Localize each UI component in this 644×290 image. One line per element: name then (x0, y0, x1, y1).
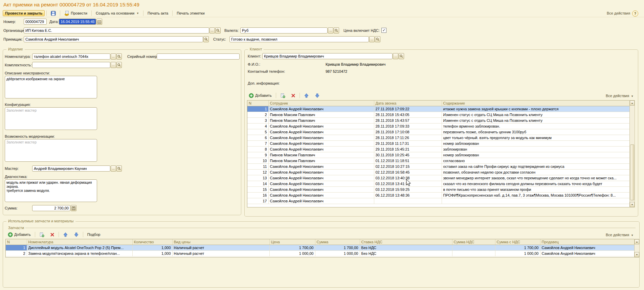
parts-add-button[interactable]: Добавить (5, 231, 33, 238)
cell[interactable]: 6 (247, 135, 268, 140)
parts-move-down-button[interactable] (71, 231, 81, 238)
client-choose-button[interactable]: ... (393, 53, 398, 59)
master-input[interactable] (32, 165, 110, 172)
cell[interactable]: 15 (247, 186, 268, 192)
cell[interactable]: номер заблокирован (442, 140, 630, 146)
cell[interactable]: Дисплейный модуль Alcatel OneTouch Pop 2… (27, 245, 132, 250)
cell[interactable]: заблокирован (442, 146, 630, 152)
scroll-down-icon[interactable]: ▼ (630, 202, 635, 207)
cell[interactable]: Изменен статус с отдать СЦ Миша на Позво… (442, 112, 630, 117)
master-choose-button[interactable]: ... (111, 165, 116, 172)
table-row[interactable]: 4Самойлов Андрей Николаевич28.11.2018 17… (247, 123, 630, 129)
cell[interactable]: 1 700,00 (495, 245, 540, 250)
parts-delete-button[interactable] (48, 231, 57, 238)
col-header-sum[interactable]: Сумма (315, 239, 360, 245)
cell[interactable]: 27.11.2018 17:09:22 (374, 106, 442, 112)
table-row[interactable]: 10Пивнов Максим Павлович01.12.2018 11:18… (247, 158, 630, 163)
cell[interactable]: 1 000,00 (315, 250, 360, 256)
table-row[interactable]: 2Замена модуля/тачскрина экрана в телефо… (6, 250, 635, 256)
cell[interactable]: Самойлов Андрей Николаевич (268, 135, 374, 140)
organization-lookup-button[interactable] (215, 27, 221, 34)
cell[interactable]: Без НДС (360, 250, 452, 256)
col-header-nomenclature[interactable]: Номенклатура (27, 239, 132, 245)
cell[interactable]: 03.12.2018 13:40:38 (374, 175, 442, 181)
cell[interactable]: 14 (247, 181, 268, 186)
cell[interactable]: 4 (247, 123, 268, 129)
upgrade-possibility-textarea[interactable] (5, 139, 97, 162)
vat-included-checkbox[interactable]: ✓ (381, 28, 386, 33)
table-row[interactable]: 11Самойлов Андрей Николаевич02.12.2018 1… (247, 163, 630, 169)
cell[interactable]: согласовано (442, 158, 630, 163)
cell[interactable]: итакже нужна замена задней крышки с кноп… (442, 106, 630, 112)
cell[interactable]: Самойлов Андрей Николаевич (268, 181, 374, 186)
cell[interactable]: Пивнов Максим Павлович (268, 112, 374, 117)
cell[interactable]: 2 (247, 112, 268, 117)
cell[interactable]: 1 700,00 (315, 245, 360, 250)
table-row[interactable]: 6Самойлов Андрей Николаевич28.11.2018 17… (247, 135, 630, 140)
cell[interactable]: 12 (247, 169, 268, 175)
cell[interactable]: 03.12.2018 13:41:16 (374, 181, 442, 186)
cell[interactable]: 28.11.2018 17:10:08 (374, 129, 442, 135)
serial-number-input[interactable] (157, 53, 240, 60)
status-lookup-button[interactable] (375, 36, 380, 42)
table-row[interactable]: 7Самойлов Андрей Николаевич29.11.2018 11… (247, 140, 630, 146)
cell[interactable]: 13 (247, 175, 268, 181)
cell[interactable]: Замена модуля/тачскрина экрана в телефон… (27, 250, 132, 256)
col-header-n[interactable]: N (6, 239, 27, 245)
client-input[interactable] (262, 53, 393, 59)
table-row[interactable]: 9Пивнов Максим Павлович30.11.2018 10:25:… (247, 152, 630, 158)
table-row[interactable]: 5Самойлов Андрей Николаевич28.11.2018 17… (247, 129, 630, 135)
table-row[interactable]: 14Самойлов Андрей Николаевич03.12.2018 1… (247, 181, 630, 186)
table-row[interactable]: 15Самойлов Андрей Николаевич03.12.2018 1… (247, 186, 630, 192)
client-lookup-button[interactable] (399, 53, 404, 59)
organization-choose-button[interactable]: ... (209, 27, 215, 34)
cell[interactable]: 03.12.2018 15:59:25 (374, 186, 442, 192)
table-row[interactable]: 1Дисплейный модуль Alcatel OneTouch Pop … (6, 245, 635, 250)
cell[interactable]: 1 (247, 106, 268, 112)
status-choose-button[interactable]: ... (369, 36, 375, 42)
cell[interactable]: Самойлов Андрей Николаевич (268, 146, 374, 152)
nomenclature-lookup-button[interactable] (116, 53, 122, 60)
nomenclature-input[interactable] (32, 53, 110, 60)
cell[interactable]: 5 (247, 129, 268, 135)
cell[interactable]: Самойлов Андрей Николаевич (268, 140, 374, 146)
parts-all-actions-button[interactable]: Все действия ▼ (606, 233, 634, 237)
all-actions-button-top[interactable]: Все действия ▼ (607, 11, 635, 15)
col-header-call-date[interactable]: Дата звонка (374, 101, 442, 106)
configuration-textarea[interactable] (5, 107, 97, 130)
parts-copy-button[interactable] (37, 231, 47, 238)
currency-choose-button[interactable]: ... (328, 27, 333, 34)
table-row[interactable]: 2Пивнов Максим Павлович28.11.2018 15:43:… (247, 112, 630, 117)
scroll-up-icon[interactable]: ▲ (630, 101, 635, 106)
cell[interactable]: Пивнов Максим Павлович (268, 117, 374, 123)
scroll-down-icon[interactable]: ▼ (635, 252, 639, 257)
cell[interactable]: оставил заказ на сайте Профи-сириус жду … (442, 163, 630, 169)
cell[interactable]: 10 (247, 158, 268, 163)
cell[interactable]: Самойлов Андрей Николаевич (268, 169, 374, 175)
cell[interactable]: Пивнов Максим Павлович (268, 158, 374, 163)
col-header-price[interactable]: Цена (269, 239, 315, 245)
parts-move-up-button[interactable] (61, 231, 70, 238)
table-row[interactable]: 16Самойлов Андрей Николаевич06.12.2018 1… (247, 192, 630, 198)
col-header-quantity[interactable]: Количество (132, 239, 172, 245)
diagnostics-textarea[interactable]: модуль или прижат или ударен. явная дефо… (5, 179, 97, 202)
client-table-scrollbar[interactable]: ▲ ▼ (629, 100, 635, 207)
cell[interactable]: Самойлов Андрей Николаевич (268, 123, 374, 129)
cell[interactable]: Самойлов Андрей Николаевич (268, 163, 374, 169)
cell[interactable]: 8 (247, 146, 268, 152)
table-row[interactable]: 1Самойлов Андрей Николаевич27.11.2018 17… (247, 106, 630, 112)
table-row[interactable]: 13Самойлов Андрей Николаевич03.12.2018 1… (247, 175, 630, 181)
client-add-button[interactable]: Добавить (246, 92, 274, 99)
scroll-up-icon[interactable]: ▲ (635, 239, 639, 244)
col-header-price-type[interactable]: Вид цены (172, 239, 269, 245)
cell[interactable]: 1 000,00 (269, 250, 315, 256)
cell[interactable] (452, 250, 495, 256)
cell[interactable]: 28.11.2018 17:11:26 (374, 135, 442, 140)
cell[interactable]: звонил менеджер интернет заказов, скзал … (442, 175, 630, 181)
help-button[interactable]: ? (632, 10, 638, 17)
print-act-button[interactable]: Печать акта (145, 10, 171, 16)
col-header-content[interactable]: Содержание (442, 101, 630, 106)
cell[interactable]: Самойлов Андрей Николаевич (540, 250, 635, 256)
cell[interactable]: 28.11.2018 15:43:05 (374, 112, 442, 117)
cell[interactable]: Изменен статус с отдать СЦ Миша на Позво… (442, 117, 630, 123)
